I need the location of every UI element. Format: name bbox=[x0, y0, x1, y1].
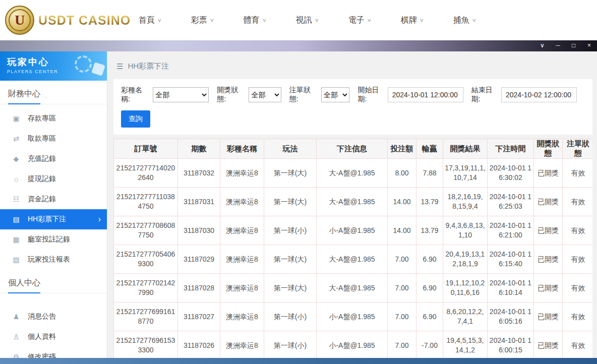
logo-text: USDT CASINO bbox=[38, 13, 131, 28]
minimize-button[interactable]: ─ bbox=[550, 40, 566, 51]
nav-item-lottery[interactable]: 彩票 ∨ bbox=[176, 15, 228, 26]
nav-item-label: 體育 bbox=[244, 15, 260, 26]
close-button[interactable]: × bbox=[581, 40, 597, 51]
coin-icon: U bbox=[5, 6, 34, 35]
collapse-button[interactable]: ∨ bbox=[534, 40, 550, 51]
table-cell: 2152172776961533300 bbox=[114, 331, 178, 360]
sidebar-item-hh-lottery-bets[interactable]: ▤ HH彩票下注 › bbox=[0, 209, 107, 229]
table-cell: 小-A盤@1.985 bbox=[317, 216, 388, 245]
funds-icon: ☷ bbox=[12, 195, 20, 203]
table-cell: 13.79 bbox=[416, 188, 443, 216]
table-cell: 9,4,3,6,8,13,1,10 bbox=[443, 216, 488, 245]
table-cell: 2024-10-01 16:30:02 bbox=[488, 159, 534, 188]
finance-menu: ▣ 存款專區 ⇄ 取款專區 ◆ 充值記錄 ⌂ 提現記錄 ☷ 資金記錄 bbox=[0, 104, 107, 270]
maximize-button[interactable]: □ bbox=[566, 40, 581, 51]
sidebar-item-cashout-records[interactable]: ⌂ 提現記錄 bbox=[0, 169, 107, 189]
sidebar-item-label: 廳室投註記錄 bbox=[28, 235, 70, 244]
coin-letter: U bbox=[9, 9, 31, 31]
nav-item-sports[interactable]: 體育 ∨ bbox=[228, 15, 281, 26]
table-cell: 已開獎 bbox=[534, 274, 563, 302]
table-cell: 小-A盤@1.985 bbox=[317, 302, 388, 331]
sidebar-item-profile[interactable]: ♙ 個人資料 bbox=[0, 327, 107, 347]
filter-panel: 彩種名稱: 全部 開獎狀態: 全部 注單狀態: 全 bbox=[113, 79, 592, 135]
logo[interactable]: U USDT CASINO bbox=[5, 6, 124, 35]
table-cell: 2024-10-01 16:00:15 bbox=[488, 331, 534, 360]
table-cell: 20,4,19,13,12,18,1,9 bbox=[443, 245, 488, 274]
start-date-input[interactable] bbox=[388, 87, 463, 102]
end-date-input[interactable] bbox=[501, 87, 577, 102]
table-row: 215217277705406930031187029澳洲幸运8第一球(大)大-… bbox=[114, 245, 593, 274]
table-cell: 有效 bbox=[563, 188, 593, 216]
table-cell: 2152172777021427990 bbox=[114, 274, 178, 302]
table-cell: 2152172777086087750 bbox=[114, 216, 178, 245]
table-cell: 小-A盤@1.985 bbox=[317, 331, 388, 360]
deposit-icon: ▣ bbox=[12, 114, 20, 123]
lottery-filter-label: 彩種名稱: bbox=[121, 86, 150, 104]
table-row: 215217277711038475031187031澳洲幸运8第一球(大)大-… bbox=[114, 188, 593, 216]
table-cell: 7.00 bbox=[388, 331, 416, 360]
sidebar-item-label: 資金記錄 bbox=[28, 195, 56, 204]
section-personal: 個人中心 bbox=[0, 270, 107, 293]
column-header: 下注時間 bbox=[488, 139, 534, 159]
profile-icon: ♙ bbox=[12, 333, 20, 341]
column-header: 訂單號 bbox=[114, 139, 178, 159]
section-finance: 財務中心 bbox=[0, 81, 107, 104]
table-cell: 19,4,5,15,3,14,1,2 bbox=[443, 331, 488, 360]
table-cell: 第一球(大) bbox=[264, 188, 317, 216]
main-content: ☰ HH彩票下注 彩種名稱: 全部 開獎狀態: 全部 bbox=[107, 51, 597, 364]
table-body: 215217277714020264031187032澳洲幸运8第一球(大)大-… bbox=[114, 159, 593, 360]
table-cell: 第一球(小) bbox=[264, 216, 317, 245]
sidebar-item-deposit[interactable]: ▣ 存款專區 bbox=[0, 108, 107, 129]
search-button[interactable]: 查詢 bbox=[121, 110, 150, 128]
sidebar-item-funds-records[interactable]: ☷ 資金記錄 bbox=[0, 189, 107, 209]
nav-item-label: 視訊 bbox=[296, 15, 312, 26]
hamburger-icon[interactable]: ☰ bbox=[116, 62, 123, 71]
table-row: 215217277696153330031187026澳洲幸运8第一球(小)小-… bbox=[114, 331, 593, 360]
draw-status-select[interactable]: 全部 bbox=[249, 87, 281, 102]
sidebar-item-label: 玩家投注報表 bbox=[28, 255, 70, 264]
table-cell: 有效 bbox=[563, 302, 593, 331]
table-row: 215217277708608775031187030澳洲幸运8第一球(小)小-… bbox=[114, 216, 593, 245]
lottery-icon: ▤ bbox=[12, 215, 20, 223]
table-cell: 6.90 bbox=[416, 302, 443, 331]
table-cell: 有效 bbox=[563, 274, 593, 302]
column-header: 注單狀態 bbox=[563, 139, 593, 159]
table-cell: 17,3,19,11,1,10,7,14 bbox=[443, 159, 488, 188]
sidebar-item-withdraw[interactable]: ⇄ 取款專區 bbox=[0, 129, 107, 149]
table-cell: 大-A盤@1.985 bbox=[317, 274, 388, 302]
table-cell: 已開獎 bbox=[534, 302, 563, 331]
bet-status-select[interactable]: 全部 bbox=[321, 87, 349, 102]
table-cell: 已開獎 bbox=[534, 331, 563, 360]
table-row: 215217277702142799031187028澳洲幸运8第一球(大)大-… bbox=[114, 274, 593, 302]
table-cell: 有效 bbox=[563, 331, 593, 360]
column-header: 下注信息 bbox=[317, 139, 388, 159]
table-cell: 18,2,16,19,8,15,9,4 bbox=[443, 188, 488, 216]
draw-status-label: 開獎狀態: bbox=[217, 86, 246, 104]
table-cell: 2024-10-01 16:10:14 bbox=[488, 274, 534, 302]
table-cell: 2152172777140202640 bbox=[114, 159, 178, 188]
page-title: HH彩票下注 bbox=[128, 62, 169, 71]
sidebar-item-label: 消息公告 bbox=[28, 312, 56, 321]
sidebar-item-player-bet-report[interactable]: ▨ 玩家投注報表 bbox=[0, 250, 107, 270]
sidebar-item-recharge-records[interactable]: ◆ 充值記錄 bbox=[0, 149, 107, 169]
table-cell: 6.90 bbox=[416, 274, 443, 302]
nav-item-fishing[interactable]: 捕魚 ∨ bbox=[438, 15, 491, 26]
nav-item-home[interactable]: 首頁 ∨ bbox=[124, 15, 176, 26]
sidebar-item-hall-bet-records[interactable]: ▦ 廳室投註記錄 bbox=[0, 229, 107, 250]
sidebar-item-announcements[interactable]: ♟ 消息公告 bbox=[0, 307, 107, 327]
table-cell: 13.79 bbox=[416, 216, 443, 245]
table-cell: 31187030 bbox=[178, 216, 220, 245]
table-cell: 31187026 bbox=[178, 331, 220, 360]
table-cell: 7.00 bbox=[388, 302, 416, 331]
sidebar-item-label: 個人資料 bbox=[28, 332, 56, 341]
nav-item-electronic[interactable]: 電子 ∨ bbox=[333, 15, 386, 26]
table-cell: 7.00 bbox=[388, 274, 416, 302]
lottery-select[interactable]: 全部 bbox=[153, 87, 209, 102]
table-cell: -7.00 bbox=[416, 331, 443, 360]
nav-item-video[interactable]: 視訊 ∨ bbox=[281, 15, 333, 26]
table-cell: 31187027 bbox=[178, 302, 220, 331]
nav-item-cards[interactable]: 棋牌 ∨ bbox=[386, 15, 438, 26]
table-cell: 第一球(大) bbox=[264, 159, 317, 188]
hall-icon: ▦ bbox=[12, 235, 20, 244]
table-cell: 31187028 bbox=[178, 274, 220, 302]
